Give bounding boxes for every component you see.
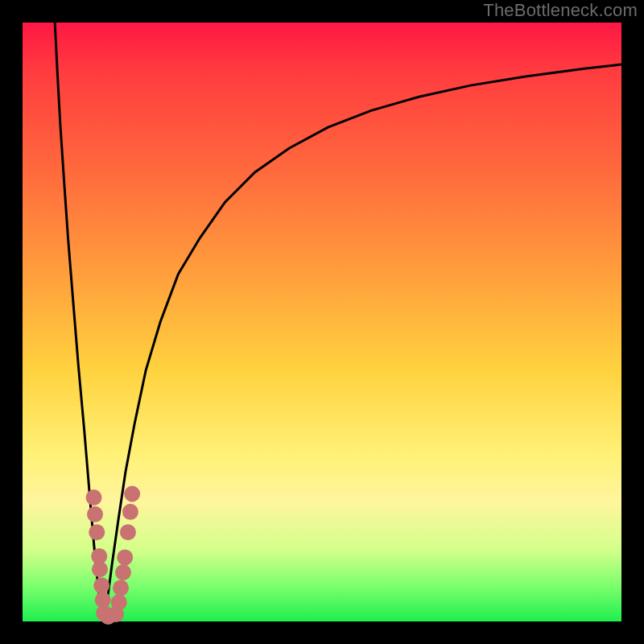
data-dot (115, 564, 131, 580)
data-dot (124, 486, 140, 502)
curve-right-branch (105, 64, 621, 621)
data-dot (120, 524, 136, 540)
curve-layer (23, 23, 621, 621)
plot-area (23, 23, 621, 621)
data-dot (111, 594, 127, 610)
data-dot (87, 506, 103, 522)
data-dot (113, 580, 129, 596)
data-dot (122, 504, 138, 520)
data-dot (93, 577, 109, 593)
watermark-text: TheBottleneck.com (483, 0, 638, 21)
data-dot (86, 489, 102, 506)
data-dot (89, 524, 105, 540)
data-dot (92, 561, 108, 577)
chart-frame: TheBottleneck.com (0, 0, 644, 644)
data-dot (117, 549, 133, 565)
